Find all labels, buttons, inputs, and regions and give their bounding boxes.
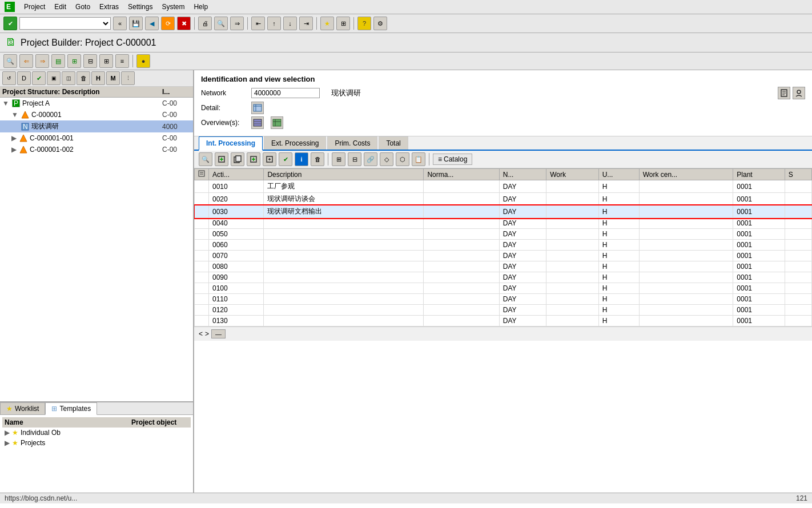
first-button[interactable]: ⇤	[251, 17, 265, 30]
row-desc[interactable]: 现状调研访谈会	[264, 193, 424, 205]
confirm-button[interactable]: ✔	[3, 17, 17, 30]
menu-system[interactable]: System	[162, 3, 184, 11]
tt-delete-btn[interactable]: 🗑	[311, 152, 324, 166]
menu-help[interactable]: Help	[194, 3, 208, 11]
lt-new-btn[interactable]: ↺	[2, 71, 16, 85]
table-row[interactable]: 0020 现状调研访谈会 DAY H 0001	[195, 193, 812, 205]
tree-item-c000001-001[interactable]: ▶ C-000001-001 C-00	[0, 132, 193, 144]
table-row[interactable]: 0130 DAY H 0001	[195, 316, 812, 326]
tt-layout1-btn[interactable]: ⊞	[332, 152, 345, 166]
tab-prim-costs[interactable]: Prim. Costs	[327, 136, 377, 150]
table-row[interactable]: 0080 DAY H 0001	[195, 261, 812, 272]
menu-project[interactable]: Project	[24, 3, 45, 11]
tt-link-btn[interactable]: 🔗	[364, 152, 377, 166]
t2-highlight-btn[interactable]: ●	[136, 54, 150, 68]
t2-hier-btn[interactable]: ⊞	[67, 54, 81, 68]
network-doc-icon[interactable]	[778, 87, 790, 99]
lt-m-btn[interactable]: M	[106, 71, 120, 85]
table-row[interactable]: 0110 DAY H 0001	[195, 294, 812, 305]
detail-icon[interactable]	[251, 102, 264, 114]
worklist-tab[interactable]: ★ Worklist	[0, 402, 45, 414]
table-row[interactable]: 0090 DAY H 0001	[195, 272, 812, 283]
tt-layout2-btn[interactable]: ⊟	[348, 152, 361, 166]
row-desc[interactable]	[264, 294, 424, 305]
row-desc[interactable]	[264, 261, 424, 272]
table-row[interactable]: 0030 现状调研文档输出 DAY H 0001	[195, 205, 812, 218]
row-desc[interactable]	[264, 272, 424, 283]
table-row[interactable]: 0070 DAY H 0001	[195, 251, 812, 261]
tree-item-c000001-002[interactable]: ▶ C-000001-002 C-00	[0, 144, 193, 155]
table-row[interactable]: 0060 DAY H 0001	[195, 240, 812, 251]
tab-ext-processing[interactable]: Ext. Processing	[264, 136, 326, 150]
menu-extras[interactable]: Extras	[99, 3, 119, 11]
lt-check-btn[interactable]: ✔	[32, 71, 46, 85]
layout-button[interactable]: ⊞	[336, 17, 350, 30]
prev-pg-button[interactable]: ↑	[267, 17, 281, 30]
row-desc[interactable]: 现状调研文档输出	[264, 205, 424, 218]
menu-settings[interactable]: Settings	[128, 3, 152, 11]
tt-info-btn[interactable]: i	[295, 152, 308, 166]
row-desc[interactable]	[264, 229, 424, 240]
templates-tab[interactable]: ⊞ Templates	[45, 402, 97, 415]
tree-item-xianzhuang[interactable]: N 现状调研 4000	[0, 120, 193, 132]
last-button[interactable]: ⇥	[299, 17, 313, 30]
overview-icon1[interactable]	[251, 116, 264, 129]
back-button[interactable]: «	[113, 17, 127, 30]
lt-sel2-btn[interactable]: ◫	[62, 71, 75, 85]
lt-h-btn[interactable]: H	[91, 71, 105, 85]
next-pg-button[interactable]: ↓	[283, 17, 297, 30]
prev-button[interactable]: ◀	[145, 17, 159, 30]
tree-item-c000001[interactable]: ▼ C-000001 C-00	[0, 109, 193, 120]
help-icon-button[interactable]: ?	[357, 17, 371, 30]
tt-ref-btn[interactable]	[263, 152, 276, 166]
overview-icon2[interactable]	[271, 116, 283, 129]
row-desc[interactable]: 工厂参观	[264, 180, 424, 193]
lt-hier-btn[interactable]: D	[17, 71, 31, 85]
table-row[interactable]: 0120 DAY H 0001	[195, 305, 812, 316]
row-desc[interactable]	[264, 240, 424, 251]
stop-button[interactable]: ✖	[177, 17, 191, 30]
lt-del-btn[interactable]: 🗑	[77, 71, 90, 85]
tt-check-btn[interactable]: ✔	[279, 152, 292, 166]
print-button[interactable]: 🖨	[198, 17, 212, 30]
tree-item-project-a[interactable]: ▼ P Project A C-00	[0, 98, 193, 109]
nav-dropdown[interactable]	[19, 17, 111, 30]
scroll-btn[interactable]: —	[211, 329, 226, 338]
catalog-button[interactable]: ≡ Catalog	[433, 154, 472, 165]
tab-total[interactable]: Total	[379, 136, 408, 150]
row-desc[interactable]	[264, 316, 424, 326]
find-button[interactable]: 🔍	[214, 17, 228, 30]
menu-goto[interactable]: Goto	[75, 3, 90, 11]
t2-struct-btn[interactable]: ⊟	[83, 54, 97, 68]
lt-sel-btn[interactable]: ▣	[47, 71, 61, 85]
t2-fwd-btn[interactable]: ⇒	[35, 54, 49, 68]
settings-icon-button[interactable]: ⚙	[373, 17, 387, 30]
row-desc[interactable]	[264, 218, 424, 229]
menu-edit[interactable]: Edit	[54, 3, 66, 11]
tt-diamond-btn[interactable]: ◇	[380, 152, 393, 166]
row-desc[interactable]	[264, 251, 424, 261]
network-value[interactable]: 4000000	[251, 88, 320, 98]
lt-extra-btn[interactable]: ⋮	[121, 71, 135, 85]
t2-report-btn[interactable]: ≡	[115, 54, 129, 68]
table-row[interactable]: 0040 DAY H 0001	[195, 218, 812, 229]
t2-table-btn[interactable]: ⊞	[99, 54, 113, 68]
tab-int-processing[interactable]: Int. Processing	[199, 136, 263, 151]
search-icon-btn[interactable]: 🔍	[3, 54, 17, 68]
refresh-button[interactable]: ⟳	[161, 17, 175, 30]
template-projects[interactable]: ▶ ★ Projects	[2, 438, 191, 448]
table-row[interactable]: 0010 工厂参观 DAY H 0001	[195, 180, 812, 193]
tt-search-btn[interactable]: 🔍	[199, 152, 212, 166]
tt-add-btn[interactable]	[247, 152, 260, 166]
find-next-button[interactable]: ⇒	[230, 17, 244, 30]
tt-new-btn[interactable]	[215, 152, 228, 166]
t2-back-btn[interactable]: ⇐	[19, 54, 33, 68]
tt-copy2-btn[interactable]: 📋	[412, 152, 425, 166]
bookmark-button[interactable]: ★	[320, 17, 334, 30]
row-desc[interactable]	[264, 283, 424, 294]
table-row[interactable]: 0100 DAY H 0001	[195, 283, 812, 294]
row-desc[interactable]	[264, 305, 424, 316]
template-individual-ob[interactable]: ▶ ★ Individual Ob	[2, 428, 191, 438]
network-person-icon[interactable]	[793, 87, 805, 99]
tt-assign-btn[interactable]: ⬡	[396, 152, 409, 166]
